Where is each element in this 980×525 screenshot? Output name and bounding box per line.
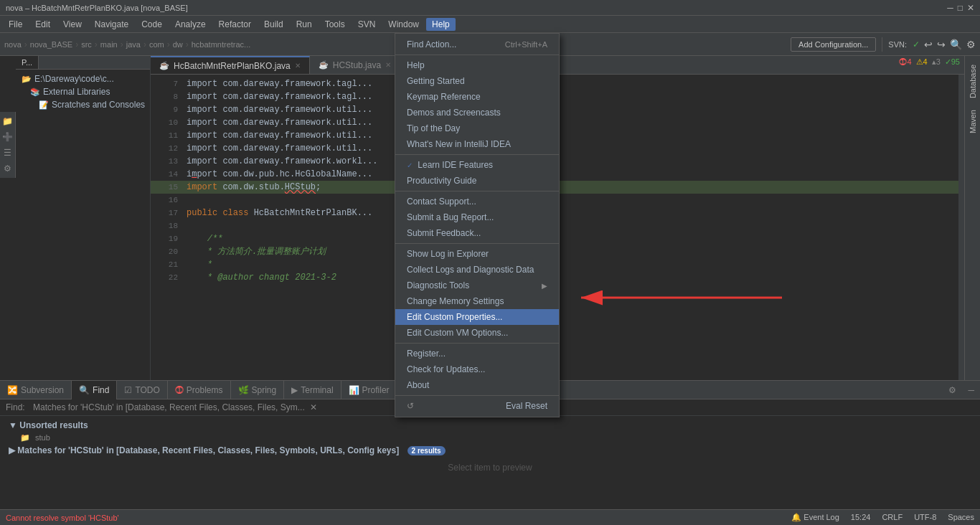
tree-item-scratches[interactable]: 📝 Scratches and Consoles bbox=[16, 98, 150, 111]
menu-eval-reset[interactable]: ↺ Eval Reset bbox=[395, 398, 559, 414]
close-button[interactable]: ✕ bbox=[967, 3, 974, 13]
status-bar: Cannot resolve symbol 'HCStub' 🔔 Event L… bbox=[0, 509, 980, 525]
undo-icon[interactable]: ↩ bbox=[924, 39, 933, 50]
tab-subversion[interactable]: 🔀 Subversion bbox=[0, 381, 72, 399]
spring-icon: 🌿 bbox=[238, 385, 249, 395]
tab-terminal[interactable]: ▶ Terminal bbox=[284, 381, 341, 399]
tree-item-root-label: E:\Dareway\code\c... bbox=[34, 74, 114, 84]
menu-help-item[interactable]: Help bbox=[395, 57, 559, 73]
menu-refactor[interactable]: Refactor bbox=[213, 18, 257, 31]
menu-svn[interactable]: SVN bbox=[352, 18, 382, 31]
menu-edit-custom-props[interactable]: Edit Custom Properties... bbox=[395, 309, 559, 325]
menu-help[interactable]: Help bbox=[426, 18, 456, 31]
menu-submit-feedback[interactable]: Submit Feedback... bbox=[395, 225, 559, 241]
maven-panel-label[interactable]: Maven bbox=[967, 104, 979, 139]
list-icon[interactable]: ☰ bbox=[1, 146, 14, 159]
menu-getting-started[interactable]: Getting Started bbox=[395, 73, 559, 89]
menu-navigate[interactable]: Navigate bbox=[89, 18, 134, 31]
minimize-button[interactable]: ─ bbox=[947, 3, 953, 13]
bottom-settings-button[interactable]: ⚙ bbox=[943, 385, 962, 395]
results-count-badge: 2 results bbox=[407, 446, 446, 455]
find-item-stub[interactable]: 📁 stub bbox=[6, 432, 974, 444]
menu-show-log[interactable]: Show Log in Explorer bbox=[395, 246, 559, 262]
menu-find-action[interactable]: Find Action... Ctrl+Shift+A bbox=[395, 37, 559, 52]
project-icon[interactable]: 📁 bbox=[1, 115, 14, 128]
find-icon: 🔍 bbox=[79, 385, 90, 395]
line-ending[interactable]: CRLF bbox=[882, 513, 903, 522]
menu-check-updates[interactable]: Check for Updates... bbox=[395, 361, 559, 377]
search-icon[interactable]: 🔍 bbox=[950, 39, 962, 50]
menu-keymap-reference[interactable]: Keymap Reference bbox=[395, 89, 559, 105]
breadcrumb-comp[interactable]: hcbatmntretrac... bbox=[192, 40, 251, 49]
cursor-position: 15:24 bbox=[851, 513, 871, 522]
menu-build[interactable]: Build bbox=[258, 18, 289, 31]
menu-window[interactable]: Window bbox=[382, 18, 425, 31]
matches-header[interactable]: ▶ Matches for 'HCStub' in [Database, Rec… bbox=[6, 444, 974, 457]
module-name[interactable]: nova_BASE bbox=[30, 40, 72, 49]
menu-divider-1 bbox=[395, 55, 559, 55]
menu-learn-ide[interactable]: ✓ Learn IDE Features bbox=[395, 157, 559, 173]
menu-demos-screencasts[interactable]: Demos and Screencasts bbox=[395, 105, 559, 120]
status-error-message: Cannot resolve symbol 'HCStub' bbox=[6, 514, 119, 522]
menu-tip-of-day[interactable]: Tip of the Day bbox=[395, 120, 559, 136]
java-file-icon: ☕ bbox=[159, 61, 169, 70]
add-configuration-button[interactable]: Add Configuration... bbox=[791, 37, 876, 52]
maximize-button[interactable]: □ bbox=[958, 3, 963, 13]
find-close[interactable]: ✕ bbox=[310, 402, 317, 412]
tab-todo[interactable]: ☑ TODO bbox=[117, 381, 167, 399]
todo-icon: ☑ bbox=[124, 385, 132, 395]
breadcrumb-src[interactable]: src bbox=[81, 40, 92, 49]
menu-tools[interactable]: Tools bbox=[319, 18, 351, 31]
tab-spring[interactable]: 🌿 Spring bbox=[231, 381, 285, 399]
breadcrumb-com[interactable]: com bbox=[149, 40, 164, 49]
project-panel: P... 📂 E:\Dareway\code\c... 📚 External L… bbox=[16, 56, 151, 380]
breadcrumb-java[interactable]: java bbox=[126, 40, 141, 49]
menu-about[interactable]: About bbox=[395, 377, 559, 393]
event-log-icon: 🔔 bbox=[791, 513, 801, 521]
tab-problems[interactable]: ⓵ Problems bbox=[168, 381, 231, 399]
menu-run[interactable]: Run bbox=[291, 18, 318, 31]
find-label: Find: bbox=[6, 402, 25, 412]
menu-contact-support[interactable]: Contact Support... bbox=[395, 194, 559, 209]
redo-icon[interactable]: ↪ bbox=[937, 39, 946, 50]
tree-item-root[interactable]: 📂 E:\Dareway\code\c... bbox=[16, 72, 150, 85]
menu-edit[interactable]: Edit bbox=[29, 18, 56, 31]
unsorted-results-header[interactable]: ▼ Unsorted results bbox=[6, 419, 974, 432]
menu-file[interactable]: File bbox=[3, 18, 28, 31]
menu-whats-new[interactable]: What's New in IntelliJ IDEA bbox=[395, 136, 559, 152]
tab-hcstub-close[interactable]: ✕ bbox=[385, 61, 391, 69]
menu-register[interactable]: Register... bbox=[395, 346, 559, 361]
project-name[interactable]: nova bbox=[4, 40, 22, 49]
tab-hcstub[interactable]: ☕ HCStub.java ✕ bbox=[310, 56, 400, 75]
tab-hcbatch-close[interactable]: ✕ bbox=[295, 62, 301, 70]
menu-analyze[interactable]: Analyze bbox=[169, 18, 212, 31]
scratch-icon: 📝 bbox=[39, 100, 49, 110]
tab-profiler[interactable]: 📊 Profiler bbox=[341, 381, 397, 399]
menu-diagnostic-tools[interactable]: Diagnostic Tools ▶ bbox=[395, 278, 559, 293]
status-event-log[interactable]: 🔔 Event Log bbox=[791, 513, 839, 522]
encoding[interactable]: UTF-8 bbox=[914, 513, 936, 522]
window-controls[interactable]: ─ □ ✕ bbox=[947, 3, 974, 13]
settings-icon[interactable]: ⚙ bbox=[966, 39, 976, 50]
breadcrumb-main[interactable]: main bbox=[100, 40, 118, 49]
menu-submit-bug[interactable]: Submit a Bug Report... bbox=[395, 209, 559, 225]
menu-code[interactable]: Code bbox=[136, 18, 168, 31]
menu-productivity-guide[interactable]: Productivity Guide bbox=[395, 173, 559, 189]
database-panel-label[interactable]: Database bbox=[967, 59, 979, 104]
bottom-minimize-button[interactable]: ─ bbox=[962, 385, 980, 395]
add-icon[interactable]: ➕ bbox=[1, 131, 14, 143]
tree-item-external-libs[interactable]: 📚 External Libraries bbox=[16, 85, 150, 98]
menu-view[interactable]: View bbox=[57, 18, 88, 31]
menu-collect-logs[interactable]: Collect Logs and Diagnostic Data bbox=[395, 262, 559, 278]
menu-change-memory[interactable]: Change Memory Settings bbox=[395, 293, 559, 309]
tab-hcbatch[interactable]: ☕ HcBatchMntRetrPlanBKO.java ✕ bbox=[151, 56, 310, 75]
menu-edit-custom-vm[interactable]: Edit Custom VM Options... bbox=[395, 325, 559, 341]
editor-scrollbar[interactable] bbox=[958, 75, 964, 380]
settings-side-icon[interactable]: ⚙ bbox=[1, 162, 14, 175]
project-tab[interactable]: P... bbox=[16, 56, 39, 69]
menu-bar: File Edit View Navigate Code Analyze Ref… bbox=[0, 16, 980, 33]
tab-hcbatch-label: HcBatchMntRetrPlanBKO.java bbox=[174, 61, 291, 71]
problems-icon: ⓵ bbox=[175, 385, 184, 395]
tab-find[interactable]: 🔍 Find bbox=[72, 381, 117, 399]
breadcrumb-dw[interactable]: dw bbox=[173, 40, 183, 49]
